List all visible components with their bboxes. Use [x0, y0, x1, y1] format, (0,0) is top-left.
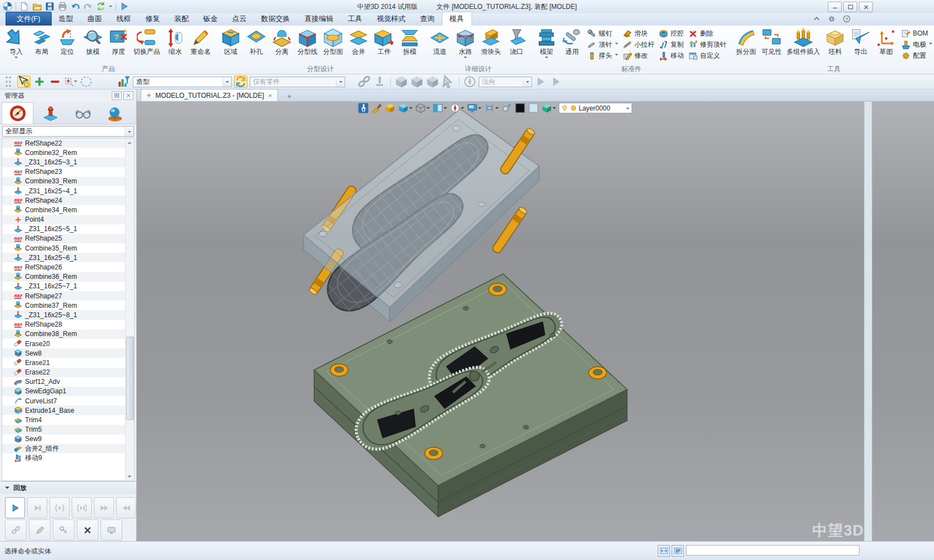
ribbon-button-position[interactable]: 定位	[54, 27, 80, 56]
save-disk-icon[interactable]	[45, 2, 54, 11]
list-toggle[interactable]	[672, 545, 684, 557]
ribbon-button-move[interactable]: 移动	[659, 51, 684, 61]
tree-item[interactable]: Sew8	[2, 348, 134, 358]
cursor-gray-button[interactable]	[441, 76, 455, 88]
tree-item[interactable]: _Z31_16x25~3_1	[2, 157, 134, 167]
tab-装配[interactable]: 装配	[167, 12, 196, 26]
replay-monitor-gray-button[interactable]	[101, 519, 122, 541]
view-swatch-black-button[interactable]	[515, 103, 525, 113]
tree-item[interactable]: _Z31_16x25~8_1	[2, 310, 134, 319]
right-dock-strip[interactable]	[864, 102, 872, 542]
plus-button[interactable]	[33, 76, 46, 88]
gear-icon[interactable]	[828, 15, 836, 23]
scroll-up-icon[interactable]	[126, 139, 133, 146]
ribbon-button-ejector-pin[interactable]: 顶针	[587, 39, 618, 49]
replay-close-x-button[interactable]	[77, 519, 98, 541]
ribbon-button-export[interactable]: 导出	[848, 27, 873, 56]
tab-钣金[interactable]: 钣金	[196, 12, 225, 26]
print-icon[interactable]	[58, 2, 67, 11]
view-render-gear-button[interactable]	[501, 103, 512, 113]
undo-icon[interactable]	[71, 2, 80, 11]
entity-filter-dropdown[interactable]: 造型	[133, 77, 232, 87]
new-tab-button[interactable]: +	[281, 91, 297, 101]
arrow-gray-button[interactable]	[550, 76, 563, 88]
ribbon-button-support-pin[interactable]: 撑头	[587, 51, 618, 61]
tree-item[interactable]: Trim5	[2, 425, 134, 434]
chevron-down-icon[interactable]	[109, 6, 112, 9]
tree-item[interactable]: Combine38_Rem	[2, 329, 134, 339]
ribbon-button-region[interactable]: 区域	[218, 27, 244, 56]
tree-item[interactable]: Combine34_Rem	[2, 205, 134, 214]
tree-item[interactable]: REFRefShape23	[2, 167, 134, 177]
win-max-button[interactable]	[843, 2, 857, 12]
manager-tab-visual-ball[interactable]	[100, 104, 130, 124]
ribbon-button-custom[interactable]: 自定义	[688, 51, 727, 61]
ribbon-button-parting-face[interactable]: 分型面	[320, 27, 346, 56]
pick-box-button[interactable]	[64, 76, 77, 88]
ribbon-button-general[interactable]: 通用	[559, 27, 585, 56]
tab-file[interactable]: 文件(F)	[6, 12, 52, 26]
tab-直接编辑[interactable]: 直接编辑	[297, 12, 341, 26]
ribbon-button-runner[interactable]: 流道	[427, 27, 453, 56]
ribbon-button-layout[interactable]: 布局	[29, 27, 54, 56]
view-cube-shaded-button[interactable]	[398, 103, 413, 113]
direction-dropdown[interactable]: 法向	[479, 77, 532, 87]
tree-item[interactable]: SewEdgGap1	[2, 387, 134, 396]
chain-button[interactable]	[357, 76, 371, 88]
tree-item[interactable]: 移动9	[2, 453, 134, 463]
tree-item[interactable]: REFRefShape28	[2, 320, 134, 329]
tree-item[interactable]: REFRefShape24	[2, 196, 134, 205]
ribbon-button-rename[interactable]: 重命名	[188, 27, 213, 56]
arrow-gray-button[interactable]	[534, 76, 548, 88]
ribbon-button-workpiece[interactable]: 工件	[371, 27, 397, 56]
manager-tab-vis-glasses[interactable]	[67, 104, 98, 124]
cube-gray-button[interactable]	[410, 76, 424, 88]
3d-viewport[interactable]: Layer0000 中望3D	[137, 102, 934, 542]
pin-gray-button[interactable]	[373, 76, 386, 88]
replay-play-paren-button[interactable]	[49, 497, 69, 518]
replay-play-paren-bar-button[interactable]	[72, 497, 92, 518]
document-tab-active[interactable]: + MODELO_TUTORIAL.Z3 - [MOLDE] ×	[141, 89, 278, 101]
tree-item[interactable]: Point4	[2, 215, 134, 224]
new-doc-icon[interactable]	[19, 2, 29, 11]
tree-item[interactable]: Combine33_Rem	[2, 177, 134, 186]
view-walk-button[interactable]	[358, 103, 369, 113]
highlight-pick-button[interactable]	[17, 76, 31, 88]
ribbon-button-electrode[interactable]: 电极	[901, 39, 932, 49]
ribbon-button-import[interactable]: 导入	[3, 27, 29, 60]
tab-视觉样式[interactable]: 视觉样式	[370, 12, 413, 26]
ribbon-button-tie-rod[interactable]: 小拉杆	[623, 39, 654, 49]
tree-item[interactable]: REFRefShape27	[2, 291, 134, 301]
tree-item[interactable]: Erase20	[2, 339, 134, 348]
ribbon-button-switch-product[interactable]: 切换产品	[131, 27, 162, 56]
tree-item[interactable]: CurveList7	[2, 396, 134, 406]
view-compass-button[interactable]	[450, 103, 464, 113]
ribbon-button-gate[interactable]: 浇口	[504, 27, 529, 56]
tree-scrollbar[interactable]	[125, 138, 134, 481]
tree-item[interactable]: Extrude14_Base	[2, 406, 134, 415]
replay-ff-button[interactable]	[94, 497, 114, 518]
ribbon-button-config[interactable]: 配置	[901, 51, 932, 61]
tab-close-icon[interactable]: ×	[269, 92, 272, 99]
ribbon-button-delete[interactable]: 删除	[688, 28, 727, 38]
tree-item[interactable]: _Z31_16x25~7_1	[2, 282, 134, 291]
tree-item[interactable]: REFRefShape22	[2, 138, 134, 148]
ribbon-button-sketch[interactable]: 草图	[873, 27, 899, 56]
status-input[interactable]	[686, 545, 860, 556]
tab-修复[interactable]: 修复	[138, 12, 167, 26]
tab-线框[interactable]: 线框	[110, 12, 138, 26]
tab-曲面[interactable]: 曲面	[81, 12, 110, 26]
ribbon-button-visibility[interactable]: 可见性	[759, 27, 784, 56]
view-swatch-blue-button[interactable]	[528, 103, 539, 113]
sync-icon[interactable]	[96, 2, 106, 11]
view-brush-button[interactable]	[371, 103, 382, 113]
view-cube-teal-button[interactable]	[541, 103, 556, 113]
help-icon[interactable]: ?	[843, 15, 851, 23]
replay-key-button[interactable]	[53, 519, 74, 541]
ratio-toggle[interactable]	[658, 545, 670, 557]
tree-item[interactable]: Trim4	[2, 415, 134, 424]
ribbon-button-bom[interactable]: BOM	[901, 28, 932, 38]
tab-造型[interactable]: 造型	[52, 12, 81, 26]
panel-close-button[interactable]	[123, 91, 133, 100]
tree-item[interactable]: _Z31_16x25~4_1	[2, 186, 134, 196]
